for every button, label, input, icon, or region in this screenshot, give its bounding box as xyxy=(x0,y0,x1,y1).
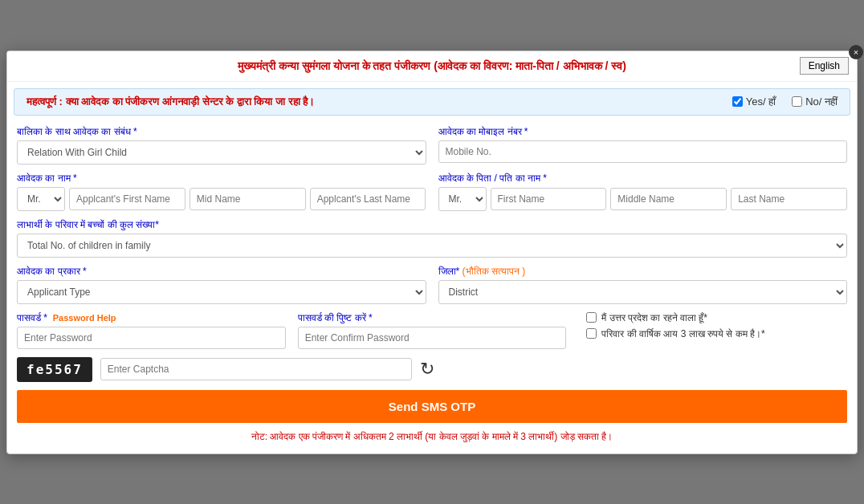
mobile-input[interactable] xyxy=(438,140,848,163)
password-input[interactable] xyxy=(17,327,286,349)
info-text: महत्वपूर्ण : क्या आवेदक का पंजीकरण आंगनव… xyxy=(26,96,716,108)
close-button[interactable]: × xyxy=(849,45,863,59)
col-password: पासवर्ड * Password Help xyxy=(17,312,286,349)
captcha-image: fe5567 xyxy=(17,357,92,382)
col-confirm-password: पासवर्ड की पुिष्ट करें * xyxy=(298,312,567,349)
income-label[interactable]: परिवार की वार्षिक आय 3 लाख रुपये से कम ह… xyxy=(586,328,847,339)
col-relation: बालिका के साथ आवेदक का संबंध * Relation … xyxy=(17,126,426,165)
english-button[interactable]: English xyxy=(800,57,849,75)
form-body: बालिका के साथ आवेदक का संबंध * Relation … xyxy=(7,122,857,453)
row-password: पासवर्ड * Password Help पासवर्ड की पुिष्… xyxy=(17,312,847,349)
note-text: नोट: आवेदक एक पंजीकरण में अधिकतम 2 लाभार… xyxy=(17,428,847,445)
yes-checkbox[interactable] xyxy=(732,96,743,107)
captcha-area: fe5567 ↻ xyxy=(17,357,434,382)
parent-salutation-select[interactable]: Mr. Mrs. Ms. xyxy=(438,187,487,211)
parent-name-row: Mr. Mrs. Ms. xyxy=(438,187,848,211)
parent-last-name-input[interactable] xyxy=(731,188,847,210)
checkbox-section: मैं उत्तर प्रदेश का रहने वाला हूँ* परिवा… xyxy=(578,312,847,339)
income-checkbox[interactable] xyxy=(586,328,597,339)
captcha-input[interactable] xyxy=(100,358,412,380)
confirm-password-label: पासवर्ड की पुिष्ट करें * xyxy=(298,312,567,323)
row-names: आवेदक का नाम * Mr. Mrs. Ms. आवेदक के पित… xyxy=(17,173,847,211)
info-bar: महत्वपूर्ण : क्या आवेदक का पंजीकरण आंगनव… xyxy=(14,88,850,116)
password-help-link[interactable]: Password Help xyxy=(53,313,116,323)
yes-radio-label[interactable]: Yes/ हाँ xyxy=(732,96,776,108)
district-label: जिला* (भौतिक सत्यापन ) xyxy=(438,266,848,277)
mobile-label: आवेदक का मोबाइल नंबर * xyxy=(438,126,848,137)
applicant-type-label: आवेदक का प्रकार * xyxy=(17,266,426,277)
applicant-last-name-input[interactable] xyxy=(310,188,426,210)
row-captcha: fe5567 ↻ xyxy=(17,357,847,382)
parent-middle-name-input[interactable] xyxy=(610,188,727,210)
applicant-type-select[interactable]: Applicant Type xyxy=(17,280,426,304)
district-select[interactable]: District xyxy=(438,280,848,304)
applicant-name-row: Mr. Mrs. Ms. xyxy=(17,187,426,211)
row-relation-mobile: बालिका के साथ आवेदक का संबंध * Relation … xyxy=(17,126,847,165)
parent-name-label: आवेदक के पिता / पति का नाम * xyxy=(438,173,848,184)
relation-label: बालिका के साथ आवेदक का संबंध * xyxy=(17,126,426,137)
no-radio-label[interactable]: No/ नहीं xyxy=(792,96,838,108)
col-children-count: लाभार्थी के परिवार में बच्चों की कुल संख… xyxy=(17,219,847,258)
modal-header: मुख्यमंत्री कन्या सुमंगला योजना के तहत प… xyxy=(7,51,857,82)
send-otp-button[interactable]: Send SMS OTP xyxy=(17,390,847,423)
captcha-refresh-button[interactable]: ↻ xyxy=(420,359,434,380)
registration-modal: × मुख्यमंत्री कन्या सुमंगला योजना के तहत… xyxy=(6,51,858,454)
col-applicant-name: आवेदक का नाम * Mr. Mrs. Ms. xyxy=(17,173,426,211)
col-parent-name: आवेदक के पिता / पति का नाम * Mr. Mrs. Ms… xyxy=(438,173,848,211)
parent-first-name-input[interactable] xyxy=(491,188,607,210)
no-checkbox[interactable] xyxy=(792,96,802,107)
row-children-count: लाभार्थी के परिवार में बच्चों की कुल संख… xyxy=(17,219,847,258)
up-resident-label[interactable]: मैं उत्तर प्रदेश का रहने वाला हूँ* xyxy=(586,312,847,323)
applicant-name-label: आवेदक का नाम * xyxy=(17,173,426,184)
applicant-first-name-input[interactable] xyxy=(69,188,185,210)
col-mobile: आवेदक का मोबाइल नंबर * xyxy=(438,126,848,165)
applicant-mid-name-input[interactable] xyxy=(190,188,306,210)
registration-type-radio-group: Yes/ हाँ No/ नहीं xyxy=(732,96,838,108)
confirm-password-input[interactable] xyxy=(298,327,567,349)
children-count-select[interactable]: Total No. of children in family xyxy=(17,234,847,258)
children-count-label: लाभार्थी के परिवार में बच्चों की कुल संख… xyxy=(17,219,847,230)
col-applicant-type: आवेदक का प्रकार * Applicant Type xyxy=(17,266,426,304)
applicant-salutation-select[interactable]: Mr. Mrs. Ms. xyxy=(17,187,65,211)
up-resident-checkbox[interactable] xyxy=(586,312,597,323)
relation-select[interactable]: Relation With Girl Child xyxy=(17,140,426,165)
row-applicant-district: आवेदक का प्रकार * Applicant Type जिला* (… xyxy=(17,266,847,304)
password-label: पासवर्ड * Password Help xyxy=(17,312,286,323)
col-checkboxes: मैं उत्तर प्रदेश का रहने वाला हूँ* परिवा… xyxy=(578,312,847,349)
modal-title: मुख्यमंत्री कन्या सुमंगला योजना के तहत प… xyxy=(238,59,626,72)
col-district: जिला* (भौतिक सत्यापन ) District xyxy=(438,266,848,304)
